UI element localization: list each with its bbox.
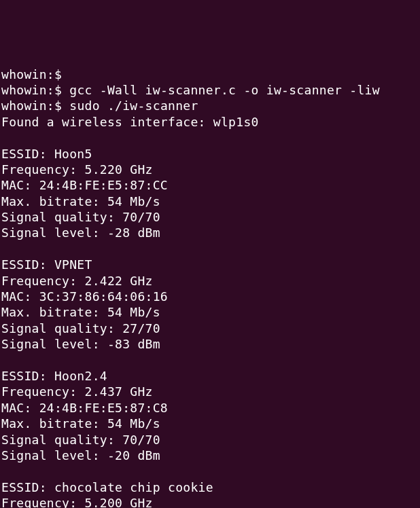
prompt-line-2[interactable]: whowin:$ sudo ./iw-scanner: [1, 98, 419, 113]
net0-level: Signal level: -28 dBm: [1, 225, 419, 240]
net1-freq: Frequency: 2.422 GHz: [1, 273, 419, 289]
net2-mac: MAC: 24:4B:FE:E5:87:C8: [1, 400, 419, 416]
prompt-dollar-1: $: [54, 83, 62, 97]
net0-freq: Frequency: 5.220 GHz: [1, 162, 419, 177]
cmd-2: sudo ./iw-scanner: [69, 98, 198, 113]
net2-level: Signal level: -20 dBm: [1, 448, 419, 463]
net0-essid: ESSID: Hoon5: [1, 146, 419, 162]
prompt-user-0: whowin:: [1, 67, 54, 81]
blank-line: [1, 352, 419, 368]
net2-bitrate: Max. bitrate: 54 Mb/s: [1, 416, 419, 431]
net1-essid: ESSID: VPNET: [1, 257, 419, 272]
net2-quality: Signal quality: 70/70: [1, 432, 419, 448]
net0-quality: Signal quality: 70/70: [1, 209, 419, 225]
cmd-1: gcc -Wall iw-scanner.c -o iw-scanner -li…: [69, 83, 380, 97]
prompt-dollar-2: $: [54, 98, 62, 113]
net1-level: Signal level: -83 dBm: [1, 336, 419, 352]
output-found: Found a wireless interface: wlp1s0: [1, 114, 419, 130]
blank-line: [1, 130, 419, 145]
prompt-line-1[interactable]: whowin:$ gcc -Wall iw-scanner.c -o iw-sc…: [1, 82, 419, 98]
prompt-user-2: whowin:: [1, 98, 54, 113]
net1-mac: MAC: 3C:37:86:64:06:16: [1, 289, 419, 304]
blank-line: [1, 241, 419, 257]
prompt-dollar-0: $: [54, 67, 62, 81]
net2-freq: Frequency: 2.437 GHz: [1, 384, 419, 399]
net1-quality: Signal quality: 27/70: [1, 321, 419, 336]
net3-freq: Frequency: 5.200 GHz: [1, 495, 419, 508]
net0-mac: MAC: 24:4B:FE:E5:87:CC: [1, 177, 419, 193]
prompt-user-1: whowin:: [1, 83, 54, 97]
net3-essid: ESSID: chocolate chip cookie: [1, 479, 419, 495]
prompt-line-0[interactable]: whowin:$: [1, 67, 419, 82]
blank-line: [1, 463, 419, 479]
net1-bitrate: Max. bitrate: 54 Mb/s: [1, 304, 419, 320]
net0-bitrate: Max. bitrate: 54 Mb/s: [1, 194, 419, 209]
net2-essid: ESSID: Hoon2.4: [1, 368, 419, 384]
